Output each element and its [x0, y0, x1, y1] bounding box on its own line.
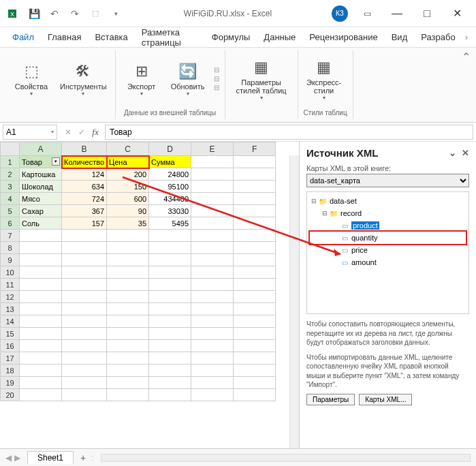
filter-icon[interactable]: ▾ [52, 157, 60, 166]
fx-icon[interactable]: fx [89, 127, 102, 138]
menu-overflow-icon[interactable]: › [462, 27, 471, 47]
cell-b1[interactable]: Количество [62, 156, 107, 168]
col-header-d[interactable]: D [149, 142, 191, 156]
menu-bar: Файл Главная Вставка Разметка страницы Ф… [0, 27, 476, 48]
quick-styles-button[interactable]: ▦Экспресс- стили▾ [304, 53, 345, 104]
menu-review[interactable]: Рецензирование [302, 27, 384, 47]
tree-root[interactable]: ⊟📁data-set [310, 195, 466, 207]
element-icon: ▭ [340, 245, 349, 255]
cell-a1[interactable]: Товар▾ [20, 156, 62, 168]
horizontal-scrollbar[interactable] [101, 454, 471, 462]
xml-tree[interactable]: ⊟📁data-set ⊟📁record ▭product ▭quantity ▭… [306, 191, 469, 314]
col-header-e[interactable]: E [191, 142, 234, 156]
tab-prev-icon[interactable]: ◀ [5, 453, 12, 463]
save-icon[interactable]: 💾 [26, 5, 42, 22]
cell-f1[interactable] [234, 156, 276, 168]
menu-view[interactable]: Вид [385, 27, 415, 47]
export-button[interactable]: ⊞Экспорт▾ [121, 53, 162, 104]
menu-home[interactable]: Главная [41, 27, 88, 47]
quick-styles-icon: ▦ [313, 57, 335, 78]
folder-icon: 📁 [329, 208, 338, 218]
name-box[interactable]: A1▾ [3, 125, 57, 140]
xml-help-2: Чтобы импортировать данные XML, щелкните… [306, 353, 469, 390]
xml-pane-title: Источник XML [306, 147, 378, 159]
xml-options-button[interactable]: Параметры [306, 394, 355, 405]
tree-price[interactable]: ▭price [310, 244, 466, 256]
element-icon: ▭ [340, 221, 349, 230]
add-sheet-icon[interactable]: + [80, 452, 86, 463]
small-btn-1[interactable]: ⊟ [214, 66, 219, 74]
cell-c1[interactable]: Цена [107, 156, 149, 168]
select-all-corner[interactable] [1, 142, 20, 156]
user-avatar[interactable]: КЗ [332, 5, 348, 22]
small-btn-2[interactable]: ⊟ [214, 75, 219, 82]
menu-data[interactable]: Данные [257, 27, 302, 47]
accept-formula-icon[interactable]: ✓ [75, 127, 89, 137]
cell-d1[interactable]: Сумма [149, 156, 191, 168]
menu-developer[interactable]: Разрабо [414, 27, 462, 47]
row-header-1[interactable]: 1 [1, 156, 20, 168]
xml-map-select[interactable]: data-set_карта [306, 174, 469, 187]
undo-icon[interactable]: ↶ [46, 5, 63, 22]
menu-insert[interactable]: Вставка [88, 27, 134, 47]
pane-close-icon[interactable]: ✕ [462, 148, 469, 158]
cell-e1[interactable] [191, 156, 234, 168]
excel-icon[interactable]: X [5, 5, 22, 22]
col-header-b[interactable]: B [62, 142, 107, 156]
formula-bar[interactable]: Товар [105, 125, 473, 140]
col-header-a[interactable]: A [20, 142, 62, 156]
col-header-f[interactable]: F [234, 142, 276, 156]
spreadsheet-grid[interactable]: A B C D E F 1 Товар▾ Количество Цена Сум… [0, 142, 276, 401]
col-header-c[interactable]: C [107, 142, 149, 156]
xml-maps-button[interactable]: Карты XML... [359, 394, 412, 405]
ribbon-options-icon[interactable]: ▭ [353, 4, 381, 23]
table-style-options-button[interactable]: ▦Параметры стилей таблиц▾ [231, 53, 292, 104]
refresh-icon: 🔄 [177, 61, 199, 82]
collapse-ribbon-icon[interactable]: ⌃ [462, 50, 471, 63]
qat-dropdown-icon[interactable]: ▾ [108, 5, 124, 22]
tools-icon: 🛠 [72, 61, 94, 82]
tree-record[interactable]: ⊟📁record [310, 207, 466, 219]
table-style-icon: ▦ [251, 57, 272, 78]
xml-help-1: Чтобы сопоставить повторяющиеся элементы… [306, 320, 469, 347]
tree-amount[interactable]: ▭amount [310, 256, 466, 268]
menu-file[interactable]: Файл [5, 27, 41, 47]
small-btn-3[interactable]: ⊟ [214, 84, 219, 91]
xml-source-pane: Источник XML⌄✕ Карты XML в этой книге: d… [299, 142, 476, 448]
refresh-button[interactable]: 🔄Обновить▾ [168, 53, 208, 104]
properties-icon: ⬚ [20, 61, 42, 82]
maximize-icon[interactable]: □ [413, 4, 441, 23]
close-icon[interactable]: ✕ [443, 4, 471, 23]
pane-options-icon[interactable]: ⌄ [449, 148, 456, 158]
tab-next-icon[interactable]: ▶ [14, 453, 20, 463]
xml-maps-label: Карты XML в этой книге: [306, 164, 469, 172]
vertical-scrollbar[interactable] [289, 155, 299, 448]
menu-formulas[interactable]: Формулы [205, 27, 257, 47]
window-title: WiFiGiD.RU.xlsx - Excel [124, 9, 332, 18]
tools-button[interactable]: 🛠Инструменты▾ [57, 53, 110, 104]
element-icon: ▭ [340, 258, 349, 267]
redo-icon[interactable]: ↷ [67, 5, 83, 22]
cancel-formula-icon[interactable]: ✕ [61, 127, 75, 137]
tree-product[interactable]: ▭product [310, 219, 466, 232]
svg-text:X: X [10, 11, 14, 18]
sheet-tab[interactable]: Sheet1 [27, 451, 74, 464]
menu-page-layout[interactable]: Разметка страницы [135, 27, 205, 47]
minimize-icon[interactable]: — [383, 4, 411, 23]
element-icon: ▭ [340, 233, 349, 243]
tree-quantity[interactable]: ▭quantity [310, 232, 466, 244]
properties-button[interactable]: ⬚Свойства▾ [11, 53, 52, 104]
group-external-data: Данные из внешней таблицы [121, 107, 219, 119]
folder-icon: 📁 [318, 196, 328, 206]
group-table-styles: Стили таблиц [304, 107, 347, 119]
export-icon: ⊞ [131, 61, 153, 82]
touch-icon[interactable]: ⬚ [87, 5, 104, 22]
